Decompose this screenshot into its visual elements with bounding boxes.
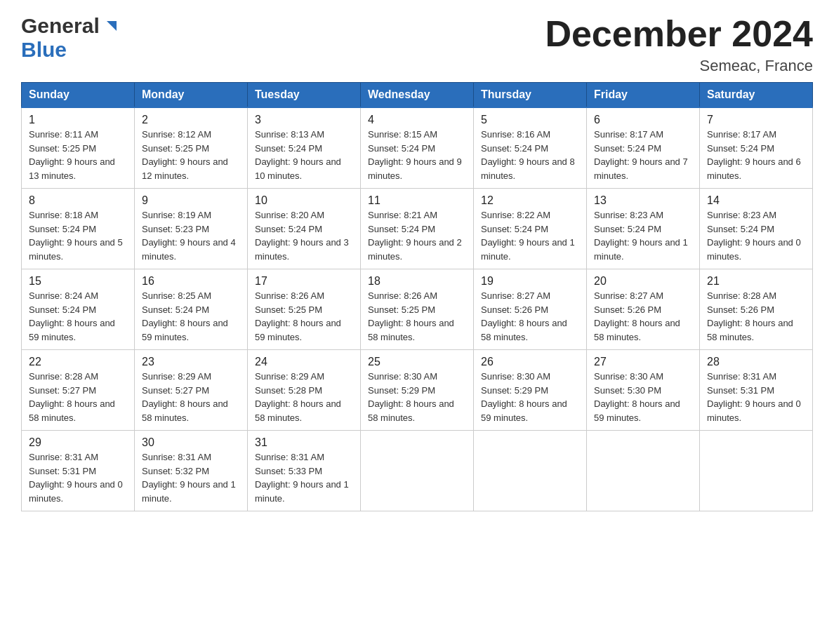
sunset-label: Sunset: 5:31 PM bbox=[707, 385, 774, 396]
logo: General Blue bbox=[21, 14, 118, 62]
sunrise-label: Sunrise: 8:11 AM bbox=[29, 129, 98, 140]
day-number: 6 bbox=[594, 114, 692, 126]
table-row: 23 Sunrise: 8:29 AM Sunset: 5:27 PM Dayl… bbox=[135, 350, 248, 431]
day-number: 1 bbox=[29, 114, 127, 126]
logo-general-text: General bbox=[21, 14, 100, 38]
sunrise-label: Sunrise: 8:23 AM bbox=[594, 210, 663, 220]
header-saturday: Saturday bbox=[700, 83, 813, 108]
sunset-label: Sunset: 5:24 PM bbox=[707, 224, 774, 234]
day-number: 15 bbox=[29, 275, 127, 288]
table-row: 2 Sunrise: 8:12 AM Sunset: 5:25 PM Dayli… bbox=[135, 107, 248, 189]
day-info: Sunrise: 8:19 AM Sunset: 5:23 PM Dayligh… bbox=[142, 208, 240, 263]
sunset-label: Sunset: 5:24 PM bbox=[255, 224, 322, 234]
table-row: 28 Sunrise: 8:31 AM Sunset: 5:31 PM Dayl… bbox=[700, 350, 813, 431]
table-row bbox=[361, 431, 474, 511]
daylight-label: Daylight: 9 hours and 1 minute. bbox=[255, 479, 349, 504]
day-number: 13 bbox=[594, 194, 692, 207]
daylight-label: Daylight: 8 hours and 58 minutes. bbox=[142, 398, 228, 423]
day-number: 8 bbox=[29, 194, 127, 207]
sunrise-label: Sunrise: 8:30 AM bbox=[481, 371, 550, 382]
day-info: Sunrise: 8:30 AM Sunset: 5:30 PM Dayligh… bbox=[594, 370, 692, 424]
header-sunday: Sunday bbox=[22, 83, 135, 108]
table-row: 5 Sunrise: 8:16 AM Sunset: 5:24 PM Dayli… bbox=[474, 107, 587, 189]
sunset-label: Sunset: 5:24 PM bbox=[142, 304, 209, 315]
day-info: Sunrise: 8:27 AM Sunset: 5:26 PM Dayligh… bbox=[594, 289, 692, 344]
day-number: 29 bbox=[29, 436, 127, 449]
day-number: 4 bbox=[368, 114, 466, 126]
daylight-label: Daylight: 9 hours and 10 minutes. bbox=[255, 156, 341, 181]
daylight-label: Daylight: 9 hours and 13 minutes. bbox=[29, 156, 115, 181]
table-row: 7 Sunrise: 8:17 AM Sunset: 5:24 PM Dayli… bbox=[700, 107, 813, 189]
day-number: 22 bbox=[29, 356, 127, 368]
daylight-label: Daylight: 9 hours and 5 minutes. bbox=[29, 237, 123, 262]
daylight-label: Daylight: 9 hours and 8 minutes. bbox=[481, 156, 575, 181]
daylight-label: Daylight: 8 hours and 59 minutes. bbox=[594, 398, 680, 423]
sunset-label: Sunset: 5:24 PM bbox=[481, 224, 548, 234]
sunset-label: Sunset: 5:25 PM bbox=[368, 304, 435, 315]
table-row: 24 Sunrise: 8:29 AM Sunset: 5:28 PM Dayl… bbox=[248, 350, 361, 431]
sunrise-label: Sunrise: 8:31 AM bbox=[707, 371, 776, 382]
sunrise-label: Sunrise: 8:23 AM bbox=[707, 210, 776, 220]
sunrise-label: Sunrise: 8:30 AM bbox=[368, 371, 437, 382]
sunrise-label: Sunrise: 8:12 AM bbox=[142, 129, 211, 140]
day-info: Sunrise: 8:31 AM Sunset: 5:31 PM Dayligh… bbox=[707, 370, 805, 424]
calendar-week-row: 29 Sunrise: 8:31 AM Sunset: 5:31 PM Dayl… bbox=[22, 431, 813, 511]
sunset-label: Sunset: 5:32 PM bbox=[142, 466, 209, 476]
sunset-label: Sunset: 5:26 PM bbox=[707, 304, 774, 315]
day-info: Sunrise: 8:21 AM Sunset: 5:24 PM Dayligh… bbox=[368, 208, 466, 263]
daylight-label: Daylight: 8 hours and 58 minutes. bbox=[255, 398, 341, 423]
sunrise-label: Sunrise: 8:27 AM bbox=[594, 290, 663, 301]
daylight-label: Daylight: 8 hours and 58 minutes. bbox=[594, 318, 680, 342]
daylight-label: Daylight: 9 hours and 6 minutes. bbox=[707, 156, 801, 181]
daylight-label: Daylight: 8 hours and 58 minutes. bbox=[368, 398, 454, 423]
day-number: 12 bbox=[481, 194, 579, 207]
calendar-header-row: Sunday Monday Tuesday Wednesday Thursday… bbox=[22, 83, 813, 108]
day-info: Sunrise: 8:29 AM Sunset: 5:27 PM Dayligh… bbox=[142, 370, 240, 424]
calendar-week-row: 22 Sunrise: 8:28 AM Sunset: 5:27 PM Dayl… bbox=[22, 350, 813, 431]
day-info: Sunrise: 8:25 AM Sunset: 5:24 PM Dayligh… bbox=[142, 289, 240, 344]
sunrise-label: Sunrise: 8:28 AM bbox=[29, 371, 98, 382]
sunset-label: Sunset: 5:24 PM bbox=[29, 304, 96, 315]
daylight-label: Daylight: 9 hours and 0 minutes. bbox=[707, 398, 801, 423]
day-number: 19 bbox=[481, 275, 579, 288]
table-row: 26 Sunrise: 8:30 AM Sunset: 5:29 PM Dayl… bbox=[474, 350, 587, 431]
day-number: 9 bbox=[142, 194, 240, 207]
sunset-label: Sunset: 5:27 PM bbox=[29, 385, 96, 396]
day-info: Sunrise: 8:22 AM Sunset: 5:24 PM Dayligh… bbox=[481, 208, 579, 263]
daylight-label: Daylight: 9 hours and 3 minutes. bbox=[255, 237, 349, 262]
day-info: Sunrise: 8:26 AM Sunset: 5:25 PM Dayligh… bbox=[255, 289, 353, 344]
table-row: 8 Sunrise: 8:18 AM Sunset: 5:24 PM Dayli… bbox=[22, 189, 135, 269]
day-info: Sunrise: 8:29 AM Sunset: 5:28 PM Dayligh… bbox=[255, 370, 353, 424]
month-title: December 2024 bbox=[545, 14, 813, 54]
sunrise-label: Sunrise: 8:17 AM bbox=[707, 129, 776, 140]
day-number: 17 bbox=[255, 275, 353, 288]
day-number: 20 bbox=[594, 275, 692, 288]
header-thursday: Thursday bbox=[474, 83, 587, 108]
sunrise-label: Sunrise: 8:31 AM bbox=[255, 452, 324, 462]
day-info: Sunrise: 8:15 AM Sunset: 5:24 PM Dayligh… bbox=[368, 128, 466, 182]
sunset-label: Sunset: 5:30 PM bbox=[594, 385, 661, 396]
sunrise-label: Sunrise: 8:26 AM bbox=[368, 290, 437, 301]
sunset-label: Sunset: 5:29 PM bbox=[368, 385, 435, 396]
sunrise-label: Sunrise: 8:31 AM bbox=[29, 452, 98, 462]
sunrise-label: Sunrise: 8:15 AM bbox=[368, 129, 437, 140]
day-info: Sunrise: 8:24 AM Sunset: 5:24 PM Dayligh… bbox=[29, 289, 127, 344]
sunrise-label: Sunrise: 8:24 AM bbox=[29, 290, 98, 301]
table-row: 6 Sunrise: 8:17 AM Sunset: 5:24 PM Dayli… bbox=[587, 107, 700, 189]
table-row: 11 Sunrise: 8:21 AM Sunset: 5:24 PM Dayl… bbox=[361, 189, 474, 269]
calendar-week-row: 8 Sunrise: 8:18 AM Sunset: 5:24 PM Dayli… bbox=[22, 189, 813, 269]
day-number: 26 bbox=[481, 356, 579, 368]
sunset-label: Sunset: 5:24 PM bbox=[368, 143, 435, 154]
day-info: Sunrise: 8:31 AM Sunset: 5:31 PM Dayligh… bbox=[29, 450, 127, 505]
table-row: 14 Sunrise: 8:23 AM Sunset: 5:24 PM Dayl… bbox=[700, 189, 813, 269]
sunset-label: Sunset: 5:24 PM bbox=[255, 143, 322, 154]
logo-arrow-shape bbox=[102, 18, 118, 36]
table-row: 19 Sunrise: 8:27 AM Sunset: 5:26 PM Dayl… bbox=[474, 269, 587, 350]
sunrise-label: Sunrise: 8:17 AM bbox=[594, 129, 663, 140]
calendar-week-row: 15 Sunrise: 8:24 AM Sunset: 5:24 PM Dayl… bbox=[22, 269, 813, 350]
day-info: Sunrise: 8:28 AM Sunset: 5:27 PM Dayligh… bbox=[29, 370, 127, 424]
table-row: 20 Sunrise: 8:27 AM Sunset: 5:26 PM Dayl… bbox=[587, 269, 700, 350]
day-number: 7 bbox=[707, 114, 805, 126]
daylight-label: Daylight: 9 hours and 9 minutes. bbox=[368, 156, 462, 181]
day-info: Sunrise: 8:30 AM Sunset: 5:29 PM Dayligh… bbox=[481, 370, 579, 424]
